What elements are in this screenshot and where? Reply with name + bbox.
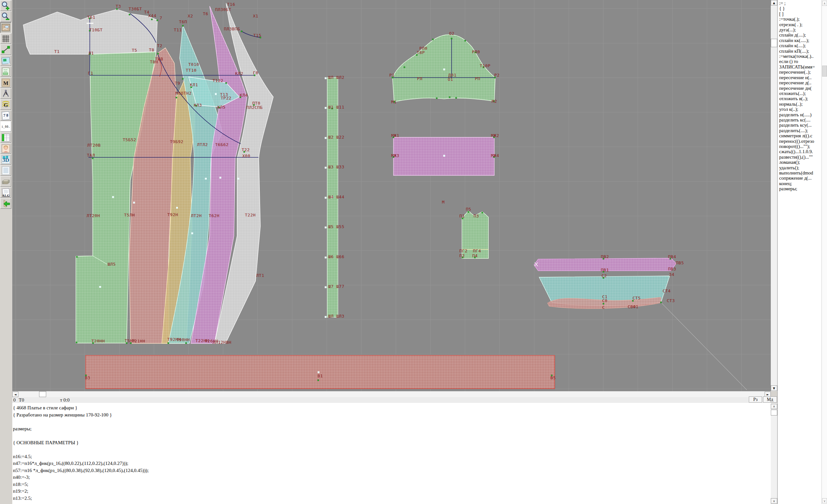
- command-item[interactable]: сплайн д(....);: [778, 32, 822, 38]
- status-coords: т 0:0: [60, 397, 69, 403]
- code-scroll-up-icon[interactable]: ∧: [771, 404, 777, 409]
- point-label: ТАЛ: [87, 153, 95, 158]
- pattern-sheet-icon[interactable]: [0, 66, 11, 77]
- canvas-hscroll-thumb[interactable]: [39, 391, 46, 397]
- command-item[interactable]: пересечение дн(: [778, 86, 822, 91]
- size-table-icon[interactable]: [0, 132, 11, 143]
- graphics-icon[interactable]: G: [0, 99, 11, 110]
- point-marker: [182, 25, 184, 27]
- point-label: Т10БТ: [89, 28, 103, 32]
- command-item[interactable]: [ ]: [778, 11, 822, 16]
- grid-icon[interactable]: [0, 33, 11, 44]
- md-button[interactable]: Мд: [763, 396, 777, 403]
- command-item[interactable]: конец;: [778, 181, 822, 186]
- point-label: Т16: [227, 2, 235, 7]
- point-label: С: [602, 305, 605, 310]
- command-item[interactable]: :=метка(точка(.)..: [778, 54, 822, 59]
- snap-marker: [238, 178, 239, 180]
- point-label: Т92Н: [167, 212, 178, 217]
- point-label: Т22: [242, 147, 250, 152]
- command-scroll-down-icon[interactable]: ∨: [822, 498, 827, 503]
- command-item[interactable]: сплайн кП(....);: [778, 48, 822, 54]
- command-item[interactable]: размеры;: [778, 186, 822, 191]
- rz-button[interactable]: Рз: [749, 396, 762, 403]
- command-item[interactable]: поворот(()..."");: [778, 144, 822, 149]
- point-label: КЛ4: [240, 93, 248, 98]
- snap-marker: [325, 257, 327, 258]
- command-item[interactable]: перенос(().отрезо: [778, 139, 822, 144]
- point-marker: [436, 98, 437, 99]
- archive-books-icon[interactable]: [0, 176, 11, 187]
- point-label: П3: [474, 213, 479, 218]
- point-marker: [76, 342, 77, 343]
- zoom-in-icon[interactable]: [0, 0, 11, 11]
- canvas-scroll-left-icon[interactable]: ◄: [12, 392, 18, 397]
- command-item[interactable]: дуга(...);: [778, 27, 822, 32]
- code-vscroll-thumb[interactable]: [771, 410, 777, 415]
- zoom-out-icon[interactable]: [0, 11, 11, 22]
- command-item[interactable]: разделить кс(....: [778, 117, 822, 122]
- command-item[interactable]: отрезок( . );: [778, 22, 822, 27]
- point-label: Т1: [54, 49, 60, 54]
- command-item[interactable]: если () то: [778, 59, 822, 64]
- command-item[interactable]: пересечение д(..: [778, 80, 822, 85]
- command-item[interactable]: сплайн кк(.....);: [778, 38, 822, 43]
- command-item[interactable]: сопряжение д(...: [778, 175, 822, 181]
- command-item[interactable]: { }: [778, 6, 822, 11]
- command-item[interactable]: разделить н(.....): [778, 112, 822, 117]
- point-label: Р2: [494, 73, 500, 78]
- command-item[interactable]: ЗАПИСАТЬ(имя=: [778, 64, 822, 69]
- i66-file-icon[interactable]: i_66.: [0, 121, 11, 132]
- canvas-scroll-up-icon[interactable]: ▲: [771, 0, 777, 5]
- command-item[interactable]: угол к(..);: [778, 107, 822, 112]
- command-item[interactable]: сжать(()...1.1.0.9.: [778, 149, 822, 154]
- code-line: [12, 446, 771, 453]
- view-3d-icon[interactable]: 3D: [0, 154, 11, 165]
- status-number: 0: [13, 397, 16, 403]
- command-scroll-up-icon[interactable]: ∧: [822, 1, 827, 6]
- command-item[interactable]: развести((),()..."": [778, 154, 822, 160]
- compass-icon[interactable]: A: [0, 88, 11, 99]
- text-list-icon[interactable]: [0, 165, 11, 176]
- command-item[interactable]: ломаная();: [778, 160, 822, 165]
- segment-icon[interactable]: [0, 44, 11, 55]
- point-label: С2: [601, 273, 607, 278]
- command-item[interactable]: удалить();: [778, 165, 822, 170]
- command-item[interactable]: отложить(...);: [778, 91, 822, 96]
- status-point: Т0: [19, 397, 24, 403]
- command-item[interactable]: выполнить(dmod: [778, 170, 822, 175]
- command-item[interactable]: разделить(....);: [778, 128, 822, 133]
- exit-icon[interactable]: [0, 198, 11, 209]
- canvas-vscroll-thumb[interactable]: [771, 39, 777, 47]
- code-editor[interactable]: { 4668 Платье в стиле сафари }{ Разработ…: [12, 403, 771, 504]
- code-scroll-down-icon[interactable]: ∨: [771, 498, 777, 504]
- piece-bottom-band[interactable]: [86, 355, 555, 389]
- command-item[interactable]: сплайн к(....);: [778, 43, 822, 48]
- point-label: Т5ЛН: [124, 213, 135, 217]
- command-item[interactable]: отложить в(..);: [778, 96, 822, 101]
- command-item[interactable]: разделить ксу(...: [778, 122, 822, 128]
- command-item[interactable]: симметрия л(().с: [778, 133, 822, 138]
- image-icon[interactable]: [0, 55, 11, 66]
- command-item[interactable]: := ;: [778, 1, 822, 6]
- canvas-scroll-down-icon[interactable]: ▼: [771, 386, 777, 391]
- point-label: ЛТ20Н: [87, 213, 100, 218]
- point-label: Т8: [149, 48, 154, 52]
- command-item[interactable]: :=точка(.);: [778, 16, 822, 22]
- command-item[interactable]: пересечение(..);: [778, 69, 822, 74]
- snap-marker: [99, 286, 101, 288]
- point-label: М2: [492, 99, 497, 104]
- numbers-sheet-icon[interactable]: 7 8: [0, 110, 11, 121]
- pattern-preview-icon[interactable]: [0, 22, 11, 33]
- algorithm-icon[interactable]: ALG: [0, 187, 11, 198]
- point-label: Т122: [212, 78, 223, 83]
- model-photo-icon[interactable]: [0, 143, 11, 154]
- point-label: Ш2 Ш22: [328, 135, 344, 140]
- command-vscroll-thumb[interactable]: [822, 65, 827, 77]
- piece-sleeve[interactable]: [392, 35, 495, 102]
- drawing-canvas[interactable]: Т3Т30БТТ4Х447Т61Т10БТТ1Т5Т2Т8Т8ВТ8НЛ1Г1Х…: [12, 0, 771, 392]
- command-item[interactable]: нормаль(..);: [778, 101, 822, 107]
- measurements-icon[interactable]: M: [0, 77, 11, 88]
- command-item[interactable]: пересечение н(..: [778, 75, 822, 80]
- point-label: ПВ5: [676, 260, 684, 265]
